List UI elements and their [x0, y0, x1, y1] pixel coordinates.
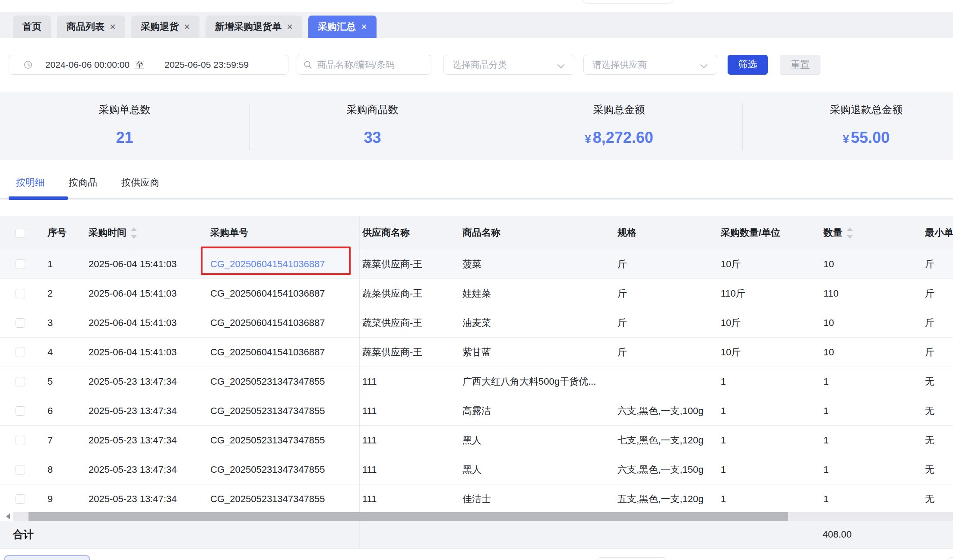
nav-tab-2[interactable]: 采购退货×	[131, 16, 199, 38]
nav-tab-bar: 首页商品列表×采购退货×新增采购退货单×采购汇总×	[0, 12, 953, 38]
cell-spec: 斤	[617, 308, 719, 337]
cell-min: 斤	[925, 308, 953, 337]
scroll-left-arrow-icon[interactable]	[6, 513, 10, 519]
stat-label: 采购商品数	[249, 103, 496, 117]
nav-tab-4[interactable]: 采购汇总×	[308, 16, 377, 38]
cell-idx: 9	[47, 484, 53, 512]
stat-label: 采购单总数	[0, 103, 249, 117]
partial-top-input[interactable]	[583, 0, 673, 4]
cell-order: CG_202506041541036887	[210, 308, 325, 337]
view-tabs-baseline	[0, 198, 953, 199]
cell-min: 无	[925, 367, 953, 396]
scrollbar-thumb[interactable]	[28, 512, 788, 521]
category-placeholder: 选择商品分类	[453, 55, 507, 74]
date-start[interactable]: 2024-06-06 00:00:00	[45, 55, 130, 74]
stat-value: ¥8,272.60	[496, 129, 742, 147]
fixed-column-border	[359, 216, 360, 512]
table-body: 12025-06-04 15:41:03CG_20250604154103688…	[0, 250, 953, 512]
cell-min: 斤	[925, 250, 953, 278]
cell-supplier: 111	[362, 484, 377, 512]
cell-qty: 10	[823, 250, 834, 278]
cell-order: CG_202506041541036887	[210, 338, 325, 367]
supplier-select[interactable]: 请选择供应商	[583, 55, 717, 75]
cell-order: CG_202505231347347855	[210, 396, 325, 425]
view-tab-2[interactable]: 按供应商	[121, 176, 159, 189]
row-checkbox[interactable]	[16, 465, 25, 475]
reset-button[interactable]: 重置	[780, 55, 820, 75]
view-tab-0[interactable]: 按明细	[16, 176, 44, 189]
table-row-1: 12025-06-04 15:41:03CG_20250604154103688…	[0, 250, 953, 279]
row-checkbox[interactable]	[16, 289, 25, 298]
cell-time: 2025-05-23 13:47:34	[89, 367, 177, 396]
cell-product: 佳洁士	[462, 484, 618, 512]
date-end[interactable]: 2025-06-05 23:59:59	[165, 55, 249, 74]
filter-button[interactable]: 筛选	[728, 55, 768, 75]
column-header-order: 采购单号	[210, 216, 248, 250]
nav-tab-0[interactable]: 首页	[13, 16, 51, 38]
row-checkbox[interactable]	[16, 436, 25, 445]
close-icon[interactable]: ×	[287, 22, 293, 32]
cell-pqty: 1	[721, 396, 726, 425]
search-placeholder: 商品名称/编码/条码	[317, 55, 395, 74]
sort-icon[interactable]	[847, 227, 853, 240]
close-icon[interactable]: ×	[184, 22, 190, 32]
cell-time: 2025-05-23 13:47:34	[89, 484, 177, 512]
scrollbar-track[interactable]	[13, 512, 953, 521]
stat-value: ¥55.00	[779, 129, 953, 147]
cell-order: CG_202505231347347855	[210, 426, 325, 455]
nav-tab-label: 新增采购退货单	[215, 20, 282, 33]
cell-idx: 4	[47, 338, 53, 367]
sort-icon[interactable]	[131, 227, 137, 240]
nav-tab-label: 采购汇总	[318, 20, 356, 33]
cell-supplier: 111	[362, 396, 377, 425]
nav-tab-1[interactable]: 商品列表×	[57, 16, 125, 38]
search-icon	[304, 60, 312, 69]
cell-supplier: 111	[362, 367, 377, 396]
stat-value: 21	[0, 129, 249, 147]
stat-card-2: 采购总金额¥8,272.60	[496, 92, 742, 160]
column-header-qty[interactable]: 数量	[823, 216, 853, 250]
cell-qty: 1	[823, 367, 829, 396]
horizontal-scrollbar[interactable]	[0, 512, 953, 521]
filter-bar: 2024-06-06 00:00:00 至 2025-06-05 23:59:5…	[0, 38, 953, 92]
cell-qty: 1	[823, 484, 829, 512]
stat-number: 33	[364, 129, 381, 146]
total-row: 合计 408.00	[0, 521, 953, 549]
column-header-time[interactable]: 采购时间	[89, 216, 137, 250]
select-all-checkbox[interactable]	[16, 228, 25, 237]
table-row-5: 52025-05-23 13:47:34CG_20250523134734785…	[0, 367, 953, 396]
cell-order: CG_202506041541036887	[210, 279, 325, 308]
cell-min: 无	[925, 484, 953, 512]
row-checkbox[interactable]	[16, 348, 25, 357]
close-icon[interactable]: ×	[110, 22, 116, 32]
active-tab-underline	[9, 196, 68, 200]
date-range-picker[interactable]: 2024-06-06 00:00:00 至 2025-06-05 23:59:5…	[9, 55, 288, 75]
cell-supplier: 蔬菜供应商-王	[362, 338, 422, 367]
cell-order: CG_202505231347347855	[210, 484, 325, 512]
row-checkbox[interactable]	[16, 377, 25, 386]
stat-card-1: 采购商品数33	[249, 92, 496, 160]
close-icon[interactable]: ×	[361, 22, 367, 32]
view-tab-1[interactable]: 按商品	[69, 176, 97, 189]
row-checkbox[interactable]	[16, 318, 25, 328]
row-checkbox[interactable]	[16, 259, 25, 269]
clock-icon	[24, 60, 32, 69]
cell-min: 斤	[925, 338, 953, 367]
cell-idx: 8	[47, 455, 53, 484]
cell-spec: 斤	[617, 279, 719, 308]
cell-product: 油麦菜	[462, 308, 618, 337]
row-checkbox[interactable]	[16, 406, 25, 416]
row-checkbox[interactable]	[16, 494, 25, 504]
partial-pagination-box[interactable]	[948, 557, 953, 560]
nav-tab-3[interactable]: 新增采购退货单×	[206, 16, 302, 38]
cell-spec: 斤	[617, 250, 719, 278]
stats-panel: 采购单总数21采购商品数33采购总金额¥8,272.60采购退款总金额¥55.0…	[0, 92, 953, 160]
partial-page-size-select[interactable]	[4, 555, 90, 560]
table-row-4: 42025-06-04 15:41:03CG_20250604154103688…	[0, 338, 953, 367]
search-input[interactable]: 商品名称/编码/条码	[297, 55, 431, 75]
cell-qty: 1	[823, 396, 829, 425]
cell-time: 2025-06-04 15:41:03	[89, 279, 177, 308]
category-select[interactable]: 选择商品分类	[443, 55, 574, 75]
partial-pagination-box[interactable]	[597, 557, 665, 560]
column-header-min: 最小单位	[925, 216, 953, 250]
